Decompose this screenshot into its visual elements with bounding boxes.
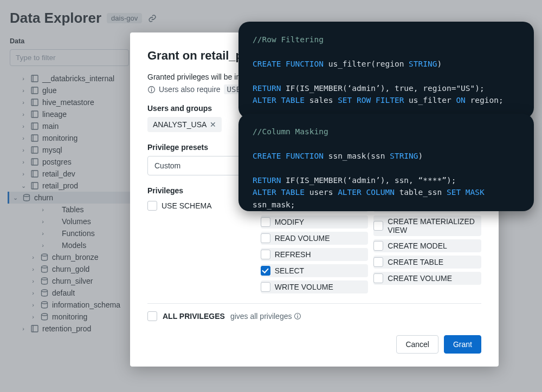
privilege-item[interactable]: REFRESH [261,248,369,261]
all-privileges-checkbox[interactable] [147,311,157,321]
privilege-checkbox[interactable] [261,282,270,292]
priv-col-3: CREATE FUNCTIONCREATE MATERIALIZED VIEWC… [373,199,481,293]
privilege-item[interactable]: CREATE MODEL [373,239,481,252]
priv-col-1: USE SCHEMA [147,199,255,293]
privilege-label: CREATE MODEL [388,241,447,250]
code-card-column-mask: //Column Masking CREATE FUNCTION ssn_mas… [238,114,534,211]
privilege-item[interactable]: CREATE VOLUME [373,272,481,285]
privilege-label: CREATE MATERIALIZED VIEW [388,217,478,234]
privilege-label: SELECT [275,266,304,275]
privilege-checkbox[interactable] [373,241,383,251]
priv-col-2: EXECUTEMODIFYREAD VOLUMEREFRESHSELECTWRI… [261,199,369,293]
privilege-label: REFRESH [275,250,311,259]
privilege-item[interactable]: CREATE TABLE [373,256,481,269]
code-card-row-filter: //Row Filtering CREATE FUNCTION us_filte… [238,22,534,119]
all-privileges-hint: gives all privileges [230,312,302,321]
privilege-checkbox[interactable] [373,221,383,231]
privilege-item[interactable]: MODIFY [261,215,369,228]
privilege-item[interactable]: SELECT [261,264,369,277]
privilege-checkbox[interactable] [373,257,383,267]
privilege-item[interactable]: CREATE MATERIALIZED VIEW [373,215,481,236]
divider [147,303,481,304]
info-icon[interactable] [294,312,301,320]
info-icon [147,86,156,94]
privilege-checkbox[interactable] [373,273,383,283]
privilege-checkbox[interactable] [261,266,270,276]
privilege-label: CREATE VOLUME [388,274,452,283]
principal-chip[interactable]: ANALYST_USA ✕ [147,117,222,132]
privilege-label: CREATE TABLE [388,258,443,266]
privilege-checkbox[interactable] [261,217,270,227]
privilege-label: WRITE VOLUME [275,283,333,291]
privilege-checkbox[interactable] [261,233,270,243]
cancel-button[interactable]: Cancel [396,335,438,354]
all-privileges-label: ALL PRIVILEGES [163,312,225,321]
chip-remove-icon[interactable]: ✕ [210,120,216,129]
privilege-checkbox[interactable] [261,250,270,259]
grant-button[interactable]: Grant [444,335,481,354]
privilege-item[interactable]: READ VOLUME [261,232,369,245]
privilege-item[interactable]: WRITE VOLUME [261,280,369,293]
privilege-label: READ VOLUME [275,234,330,243]
privilege-checkbox[interactable] [147,201,157,211]
privilege-label: MODIFY [275,218,304,226]
privilege-label: USE SCHEMA [162,201,212,210]
